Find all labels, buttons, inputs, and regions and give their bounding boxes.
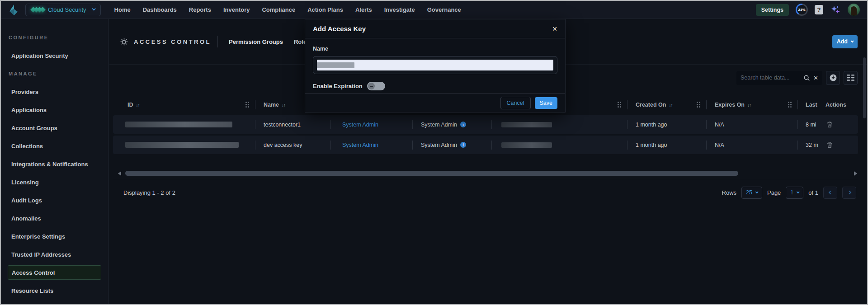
previous-page-button[interactable] xyxy=(823,187,837,199)
cell-name: testconnector1 xyxy=(255,115,331,134)
column-header-created-on[interactable]: Created On xyxy=(627,96,707,114)
progress-ring-value: 23% xyxy=(797,5,807,14)
sidebar-item-audit-logs[interactable]: Audit Logs xyxy=(1,191,108,209)
scroll-right-arrow-icon[interactable] xyxy=(854,171,857,176)
sidebar-item-resource-lists[interactable]: Resource Lists xyxy=(1,282,108,300)
sidebar-section-configure: CONFIGURE xyxy=(1,28,108,47)
ai-sparkles-icon[interactable] xyxy=(830,5,841,15)
enable-expiration-toggle[interactable] xyxy=(367,82,385,90)
columns-icon xyxy=(847,75,854,81)
nav-item-reports[interactable]: Reports xyxy=(189,6,211,13)
nav-item-compliance[interactable]: Compliance xyxy=(262,6,295,13)
sidebar-item-enterprise-settings[interactable]: Enterprise Settings xyxy=(1,227,108,245)
column-settings-button[interactable] xyxy=(844,71,858,85)
sort-icon[interactable] xyxy=(747,103,751,108)
table-row[interactable]: testconnector1 System Admin System Admin… xyxy=(113,115,858,134)
redacted-name-value xyxy=(317,62,354,68)
page-select[interactable]: 1 xyxy=(786,187,803,199)
cell-role: System Admin xyxy=(331,136,413,154)
column-header-last-used[interactable]: Last xyxy=(798,96,819,114)
page-label: Page xyxy=(767,189,781,196)
sidebar-item-collections[interactable]: Collections xyxy=(1,137,108,155)
settings-button[interactable]: Settings xyxy=(756,4,789,16)
sort-icon[interactable] xyxy=(669,103,672,108)
trash-icon xyxy=(826,141,833,148)
role-link[interactable]: System Admin xyxy=(342,122,378,128)
displaying-count: Displaying 1 - 2 of 2 xyxy=(113,189,175,196)
delete-button[interactable] xyxy=(826,120,834,129)
sidebar-item-trusted-ip-addresses[interactable]: Trusted IP Addresses xyxy=(1,245,108,263)
user-avatar[interactable] xyxy=(848,4,860,16)
column-drag-handle-icon[interactable] xyxy=(618,102,619,103)
column-header-id[interactable]: ID xyxy=(113,96,255,114)
nav-item-home[interactable]: Home xyxy=(114,6,131,13)
horizontal-scrollbar-thumb[interactable] xyxy=(125,171,738,176)
save-button[interactable]: Save xyxy=(535,97,558,109)
cell-created-on: 1 month ago xyxy=(627,115,707,134)
name-input[interactable] xyxy=(317,60,553,70)
nav-item-alerts[interactable]: Alerts xyxy=(355,6,372,13)
sidebar-item-licensing[interactable]: Licensing xyxy=(1,173,108,191)
sidebar-item-application-security[interactable]: Application Security xyxy=(1,47,108,65)
nav-item-action-plans[interactable]: Action Plans xyxy=(307,6,343,13)
chevron-left-icon xyxy=(828,191,832,194)
top-navigation-bar: Cloud Security Home Dashboards Reports I… xyxy=(1,1,867,19)
page-of-label: of 1 xyxy=(808,189,818,196)
download-button[interactable] xyxy=(826,71,840,85)
nav-item-governance[interactable]: Governance xyxy=(427,6,461,13)
scroll-left-arrow-icon[interactable] xyxy=(118,171,121,176)
vertical-scrollbar-thumb[interactable] xyxy=(863,57,866,118)
footer-divider xyxy=(113,180,858,180)
column-drag-handle-icon[interactable] xyxy=(697,102,698,103)
sidebar-item-access-control[interactable]: Access Control xyxy=(1,263,108,282)
product-switcher-label: Cloud Security xyxy=(48,6,86,13)
redacted-value xyxy=(501,142,552,148)
sidebar-item-applications[interactable]: Applications xyxy=(1,101,108,119)
tab-permission-groups[interactable]: Permission Groups xyxy=(229,38,283,45)
nav-item-investigate[interactable]: Investigate xyxy=(384,6,415,13)
column-header-expires-on[interactable]: Expires On xyxy=(707,96,798,114)
sidebar-item-integrations-notifications[interactable]: Integrations & Notifications xyxy=(1,155,108,173)
cell-role: System Admin xyxy=(331,115,413,134)
rows-per-page-select[interactable]: 25 xyxy=(741,187,762,199)
modal-footer: Cancel Save xyxy=(305,93,565,112)
cell-last-used: 8 mi xyxy=(798,115,819,134)
chevron-right-icon xyxy=(847,191,851,194)
name-field-label: Name xyxy=(313,46,557,52)
search-icon[interactable] xyxy=(803,75,810,81)
delete-button[interactable] xyxy=(826,141,834,149)
sort-icon[interactable] xyxy=(282,103,285,108)
nav-item-inventory[interactable]: Inventory xyxy=(223,6,250,13)
clear-search-icon[interactable] xyxy=(813,75,818,81)
next-page-button[interactable] xyxy=(842,187,856,199)
close-icon[interactable] xyxy=(552,25,557,33)
column-drag-handle-icon[interactable] xyxy=(788,102,789,103)
chevron-down-icon xyxy=(851,39,854,42)
search-input[interactable] xyxy=(741,75,800,81)
table-footer: Displaying 1 - 2 of 2 Rows 25 Page 1 of … xyxy=(113,183,858,202)
column-drag-handle-icon[interactable] xyxy=(245,102,247,103)
sidebar-item-anomalies[interactable]: Anomalies xyxy=(1,209,108,227)
download-icon xyxy=(829,74,837,82)
sort-icon[interactable] xyxy=(136,103,140,108)
sidebar-item-account-groups[interactable]: Account Groups xyxy=(1,119,108,137)
progress-ring-badge[interactable]: 23% xyxy=(796,4,808,16)
cancel-button[interactable]: Cancel xyxy=(500,97,531,109)
info-icon[interactable] xyxy=(460,122,466,127)
add-access-key-modal: Add Access Key Name Enable Expiration Ca… xyxy=(305,19,566,113)
header-divider xyxy=(217,36,218,47)
chevron-down-icon xyxy=(92,7,95,10)
redacted-value xyxy=(501,122,552,127)
add-button[interactable]: Add xyxy=(832,35,858,48)
table-row[interactable]: dev access key System Admin System Admin… xyxy=(113,136,858,154)
nav-item-dashboards[interactable]: Dashboards xyxy=(143,6,177,13)
sidebar-item-providers[interactable]: Providers xyxy=(1,83,108,101)
info-icon[interactable] xyxy=(460,142,466,148)
help-icon[interactable] xyxy=(815,5,823,14)
column-header-actions: Actions xyxy=(819,96,858,114)
modal-body: Name Enable Expiration xyxy=(305,38,565,90)
enable-expiration-label: Enable Expiration xyxy=(313,83,363,89)
product-switcher-dropdown[interactable]: Cloud Security xyxy=(25,4,101,16)
role-link[interactable]: System Admin xyxy=(342,142,378,148)
table-toolbar xyxy=(736,70,858,85)
